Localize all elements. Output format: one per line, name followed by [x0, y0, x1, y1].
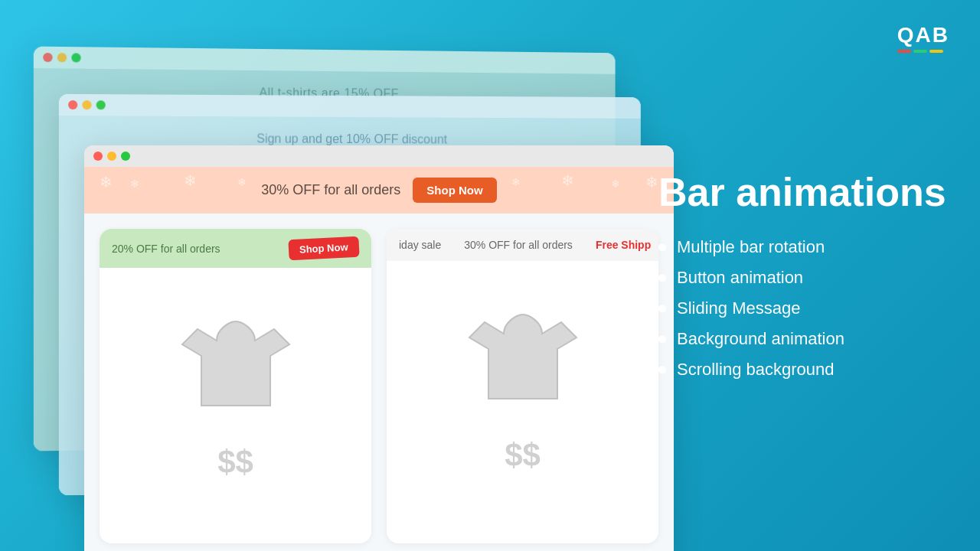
- traffic-light-yellow-3: [57, 53, 67, 62]
- traffic-light-yellow-2: [82, 100, 91, 109]
- titlebar-1: [84, 145, 674, 167]
- traffic-light-yellow-1: [107, 152, 116, 161]
- feature-label: Multiple bar rotation: [677, 238, 825, 258]
- logo-bar-green: [913, 50, 927, 53]
- announcement-bar-2: Sign up and get 10% OFF discount: [256, 132, 447, 146]
- ticker-item-1: iday sale: [399, 239, 441, 251]
- right-product-price: $$: [505, 437, 541, 474]
- traffic-light-green-3: [71, 53, 80, 62]
- bullet-icon: [658, 367, 666, 374]
- feature-label: Background animation: [677, 330, 844, 350]
- bullet-icon: [658, 305, 666, 313]
- right-tshirt-icon: [462, 292, 584, 414]
- ticker-content: iday sale 30% OFF for all orders Free Sh…: [399, 239, 651, 251]
- traffic-light-green-1: [121, 152, 130, 161]
- traffic-light-green-2: [96, 100, 106, 109]
- feature-label: Button animation: [677, 269, 803, 289]
- feature-item: Background animation: [658, 330, 949, 350]
- bullet-icon: [658, 275, 666, 282]
- logo-underline: [897, 50, 949, 53]
- feature-label: Sliding Message: [677, 299, 800, 319]
- main-announcement-bar: ❄ ❄ ❄ ❄ ❄ ❄ ❄ ❄ 30% OFF for all orders S…: [84, 167, 674, 214]
- feature-item: Multiple bar rotation: [658, 238, 949, 258]
- feature-label: Scrolling background: [677, 360, 834, 380]
- bullet-icon: [658, 244, 666, 252]
- traffic-light-red-2: [68, 100, 77, 109]
- ticker-item-3: Free Shipp: [596, 239, 651, 251]
- browser-window-1: ❄ ❄ ❄ ❄ ❄ ❄ ❄ ❄ 30% OFF for all orders S…: [84, 145, 674, 551]
- left-card-announcement-bar: 20% OFF for all orders Shop Now: [100, 229, 371, 268]
- shop-now-button[interactable]: Shop Now: [413, 178, 496, 203]
- logo-text: QAB: [897, 23, 949, 47]
- scrolling-ticker: iday sale 30% OFF for all orders Free Sh…: [387, 229, 658, 261]
- titlebar-2: [59, 94, 641, 119]
- logo-bar-yellow: [929, 50, 943, 53]
- left-card-announcement-text: 20% OFF for all orders: [112, 243, 220, 255]
- left-tshirt-icon: [175, 298, 297, 421]
- logo-bar-red: [897, 50, 911, 53]
- feature-item: Scrolling background: [658, 360, 949, 380]
- logo: QAB: [897, 23, 949, 53]
- window-1-content: ❄ ❄ ❄ ❄ ❄ ❄ ❄ ❄ 30% OFF for all orders S…: [84, 167, 674, 551]
- product-card-right: iday sale 30% OFF for all orders Free Sh…: [387, 229, 658, 543]
- right-panel: Bar animations Multiple bar rotationButt…: [658, 171, 949, 380]
- ticker-item-2: 30% OFF for all orders: [464, 239, 573, 251]
- left-card-shop-now-button[interactable]: Shop Now: [289, 236, 360, 261]
- traffic-light-red-1: [93, 152, 103, 161]
- feature-item: Button animation: [658, 269, 949, 289]
- traffic-light-red-3: [43, 53, 52, 62]
- main-content-area: 20% OFF for all orders Shop Now $$ i: [84, 214, 674, 551]
- main-announcement-text: 30% OFF for all orders: [261, 182, 400, 198]
- features-list: Multiple bar rotationButton animationSli…: [658, 238, 949, 380]
- right-product-body: $$: [387, 261, 658, 543]
- left-product-price: $$: [217, 444, 253, 481]
- bullet-icon: [658, 336, 666, 344]
- left-product-body: $$: [100, 268, 371, 543]
- product-card-left: 20% OFF for all orders Shop Now $$: [100, 229, 371, 543]
- mockup-stack: All t-shirts are 15% OFF Sign up and get…: [23, 31, 681, 536]
- feature-item: Sliding Message: [658, 299, 949, 319]
- main-title: Bar animations: [658, 171, 949, 214]
